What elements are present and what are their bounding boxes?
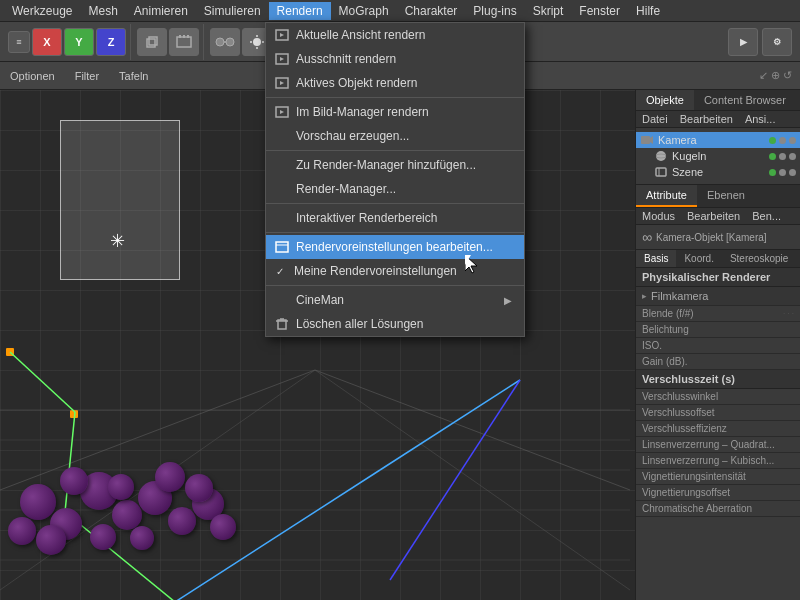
- dropdown-item-render-settings[interactable]: Rendervoreinstellungen bearbeiten...: [266, 235, 524, 259]
- attr-chrom-ab-label: Chromatische Aberration: [642, 503, 794, 514]
- attr-tab-ebenen[interactable]: Ebenen: [697, 185, 755, 207]
- toolbar2-tafeln[interactable]: Tafeln: [113, 68, 154, 84]
- dropdown-label-5: Zu Render-Manager hinzufügen...: [296, 158, 476, 172]
- svg-rect-43: [276, 242, 288, 252]
- toolbar-btn-film[interactable]: [169, 28, 199, 56]
- menu-simulieren[interactable]: Simulieren: [196, 2, 269, 20]
- attr-row-linsen-quad: Linsenverzerrung – Quadrat...: [636, 437, 800, 453]
- attr-row-chrom-ab: Chromatische Aberration: [636, 501, 800, 517]
- tab-objekte[interactable]: Objekte: [636, 90, 694, 110]
- attr-tab-attribute[interactable]: Attribute: [636, 185, 697, 207]
- toolbar-btn-settings2[interactable]: ⚙: [762, 28, 792, 56]
- panel-menu-bearbeiten[interactable]: Bearbeiten: [674, 111, 739, 127]
- arrow-icon: ▶: [504, 295, 512, 306]
- menu-skript[interactable]: Skript: [525, 2, 572, 20]
- toolbar-btn-glasses[interactable]: [210, 28, 240, 56]
- attr-menu-modus[interactable]: Modus: [636, 208, 681, 224]
- dot-gray-1: [779, 137, 786, 144]
- dropdown-label-8: Rendervoreinstellungen bearbeiten...: [296, 240, 493, 254]
- dropdown-item-add-render-manager[interactable]: Zu Render-Manager hinzufügen...: [266, 153, 524, 177]
- svg-point-6: [216, 38, 224, 46]
- render-icon-4: [274, 105, 290, 119]
- attr-section-verschlusszeit: Verschlusszeit (s): [636, 370, 800, 389]
- checkmark-icon: ✓: [276, 266, 284, 277]
- attr-linsen-quad-label: Linsenverzerrung – Quadrat...: [642, 439, 794, 450]
- dropdown-item-interactive[interactable]: Interaktiver Renderbereich: [266, 206, 524, 230]
- object-name-kugeln: Kugeln: [672, 150, 769, 162]
- toolbar-group-shapes: [133, 24, 204, 60]
- viewport-card: [60, 120, 180, 280]
- attr-subsection-filmkamera[interactable]: Filmkamera: [636, 287, 800, 306]
- attr-menu-bearbeiten[interactable]: Bearbeiten: [681, 208, 746, 224]
- attr-row-verschlusseffizienz: Verschlusseffizienz: [636, 421, 800, 437]
- attr-sub-tab-stereo[interactable]: Stereoskopie: [722, 250, 796, 267]
- toolbar-btn-playback[interactable]: ▶: [728, 28, 758, 56]
- menu-werkzeuge[interactable]: Werkzeuge: [4, 2, 80, 20]
- attr-sub-tabs: Basis Koord. Stereoskopie: [636, 250, 800, 268]
- dot-gray-3: [779, 153, 786, 160]
- sphere-12: [108, 474, 134, 500]
- svg-rect-2: [177, 37, 191, 47]
- menu-plugins[interactable]: Plug-ins: [465, 2, 524, 20]
- sphere-icon: [654, 150, 668, 162]
- svg-rect-33: [656, 168, 666, 176]
- dropdown-item-image-manager[interactable]: Im Bild-Manager rendern: [266, 100, 524, 124]
- attr-filmkamera-label: Filmkamera: [651, 290, 708, 302]
- delete-icon: [274, 317, 290, 331]
- dropdown-item-active-object[interactable]: Aktives Objekt rendern: [266, 71, 524, 95]
- menu-mograph[interactable]: MoGraph: [331, 2, 397, 20]
- object-row-kamera[interactable]: Kamera: [636, 132, 800, 148]
- toolbar2-icon3: ↺: [783, 69, 792, 82]
- menu-charakter[interactable]: Charakter: [397, 2, 466, 20]
- dropdown-menu: Aktuelle Ansicht rendern Ausschnitt rend…: [265, 22, 525, 337]
- svg-rect-29: [641, 136, 650, 144]
- attr-row-vignet-int: Vignettierungsintensität: [636, 469, 800, 485]
- menu-mesh[interactable]: Mesh: [80, 2, 125, 20]
- dropdown-sep-1: [266, 97, 524, 98]
- toolbar-btn-y[interactable]: Y: [64, 28, 94, 56]
- panel-menu-datei[interactable]: Datei: [636, 111, 674, 127]
- toolbar-btn-cube[interactable]: [137, 28, 167, 56]
- dropdown-item-preview[interactable]: Vorschau erzeugen...: [266, 124, 524, 148]
- toolbar2-icon1: ↙: [759, 69, 768, 82]
- toolbar2-optionen[interactable]: Optionen: [4, 68, 61, 84]
- attr-belichtung-label: Belichtung: [642, 324, 794, 335]
- dropdown-item-delete-solutions[interactable]: Löschen aller Lösungen: [266, 312, 524, 336]
- toolbar-btn-z[interactable]: Z: [96, 28, 126, 56]
- toolbar-btn-mode[interactable]: ≡: [8, 31, 30, 53]
- attr-sub-tab-basis[interactable]: Basis: [636, 250, 676, 267]
- dropdown-sep-4: [266, 232, 524, 233]
- dropdown-item-section-render[interactable]: Ausschnitt rendern: [266, 47, 524, 71]
- svg-point-31: [656, 151, 666, 161]
- dropdown-item-my-render-settings[interactable]: ✓ Meine Rendervoreinstellungen: [266, 259, 524, 283]
- menu-hilfe[interactable]: Hilfe: [628, 2, 668, 20]
- attr-linsen-kub-label: Linsenverzerrung – Kubisch...: [642, 455, 794, 466]
- tab-content-browser[interactable]: Content Browser: [694, 90, 796, 110]
- object-name-kamera: Kamera: [658, 134, 769, 146]
- menu-rendern[interactable]: Rendern: [269, 2, 331, 20]
- menu-animieren[interactable]: Animieren: [126, 2, 196, 20]
- top-right-tabs: Objekte Content Browser: [636, 90, 800, 111]
- sphere-1: [20, 484, 56, 520]
- attr-row-iso: ISO.: [636, 338, 800, 354]
- dropdown-item-current-view[interactable]: Aktuelle Ansicht rendern: [266, 23, 524, 47]
- object-row-kugeln[interactable]: Kugeln: [636, 148, 800, 164]
- attr-menu: Modus Bearbeiten Ben...: [636, 208, 800, 225]
- sphere-15: [210, 514, 236, 540]
- attr-menu-ben[interactable]: Ben...: [746, 208, 787, 224]
- svg-rect-5: [187, 35, 189, 38]
- dropdown-item-cineman[interactable]: CineMan ▶: [266, 288, 524, 312]
- dropdown-label-2: Aktives Objekt rendern: [296, 76, 417, 90]
- toolbar-btn-x[interactable]: X: [32, 28, 62, 56]
- dropdown-item-render-manager[interactable]: Render-Manager...: [266, 177, 524, 201]
- dropdown-label-4: Vorschau erzeugen...: [296, 129, 409, 143]
- toolbar2-filter[interactable]: Filter: [69, 68, 105, 84]
- attr-section-physikalisch: Physikalischer Renderer: [636, 268, 800, 287]
- panel-menu-ansi[interactable]: Ansi...: [739, 111, 782, 127]
- sphere-6: [168, 507, 196, 535]
- attr-row-vignet-off: Vignettierungsoffset: [636, 485, 800, 501]
- camera-icon: [640, 134, 654, 146]
- attr-sub-tab-koord[interactable]: Koord.: [676, 250, 721, 267]
- menu-fenster[interactable]: Fenster: [571, 2, 628, 20]
- object-row-szene[interactable]: Szene: [636, 164, 800, 180]
